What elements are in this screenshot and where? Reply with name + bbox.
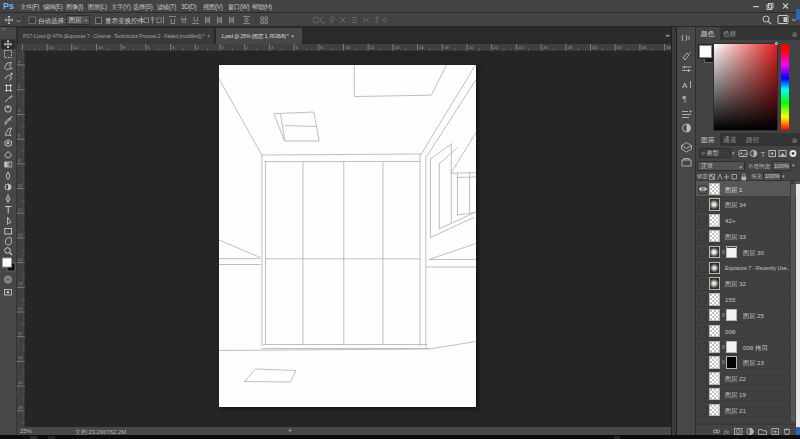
svg-text:28: 28 [567,45,572,50]
svg-text:30: 30 [592,45,597,50]
svg-text:8: 8 [320,45,323,50]
svg-text:2: 2 [197,45,200,50]
svg-text:0: 0 [18,59,21,64]
svg-text:16: 16 [18,257,23,262]
svg-text:26: 26 [18,380,23,385]
svg-text:14: 14 [394,45,399,50]
svg-text:24: 24 [18,355,23,360]
svg-text:10: 10 [345,45,350,50]
svg-text:18: 18 [444,45,449,50]
svg-text:14: 14 [49,45,54,50]
svg-text:2: 2 [18,84,21,89]
svg-text:32: 32 [617,45,622,50]
svg-text:2: 2 [246,45,249,50]
svg-text:12: 12 [370,45,375,50]
svg-text:22: 22 [18,331,23,336]
svg-text:8: 8 [18,158,21,163]
svg-text:6: 6 [18,133,21,138]
svg-text:22: 22 [493,45,498,50]
svg-text:24: 24 [518,45,523,50]
svg-text:16: 16 [419,45,424,50]
svg-text:10: 10 [18,183,23,188]
svg-text:T: T [761,149,766,158]
svg-text:14: 14 [18,232,23,237]
svg-text:4: 4 [172,45,175,50]
svg-text:4: 4 [271,45,274,50]
svg-text:26: 26 [543,45,548,50]
svg-text:18: 18 [18,281,23,286]
svg-text:¶: ¶ [683,95,687,104]
svg-text:34: 34 [641,45,646,50]
svg-text:6: 6 [147,45,150,50]
svg-text:A: A [682,81,688,90]
svg-text:6: 6 [296,45,299,50]
svg-text:20: 20 [18,306,23,311]
svg-text:12: 12 [18,207,23,212]
svg-text:12: 12 [73,45,78,50]
svg-text:20: 20 [468,45,473,50]
svg-text:8: 8 [123,45,126,50]
svg-text:28: 28 [18,405,23,410]
svg-text:10: 10 [98,45,103,50]
svg-text:0: 0 [221,45,224,50]
svg-text:4: 4 [18,108,21,113]
